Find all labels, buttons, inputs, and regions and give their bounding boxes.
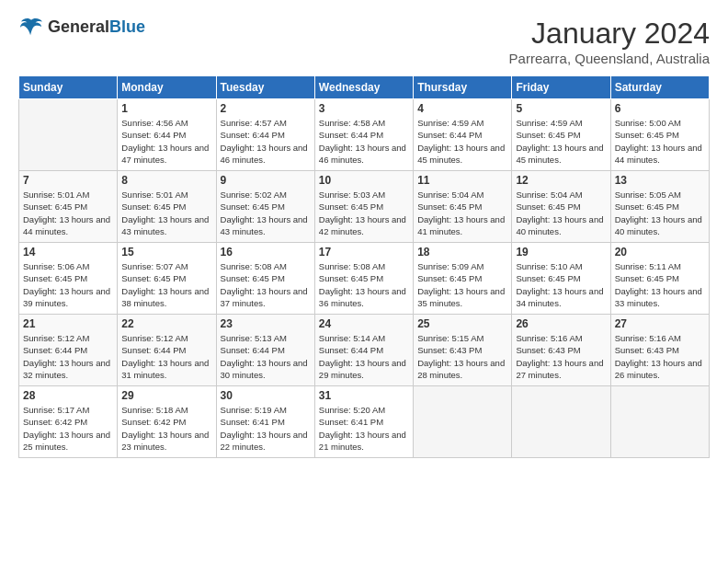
day-number: 2 bbox=[221, 102, 311, 115]
calendar-cell: 29Sunrise: 5:18 AMSunset: 6:42 PMDayligh… bbox=[118, 386, 216, 458]
day-info: Sunrise: 4:56 AMSunset: 6:44 PMDaylight:… bbox=[121, 117, 211, 166]
day-info: Sunrise: 5:03 AMSunset: 6:45 PMDaylight:… bbox=[319, 189, 409, 237]
day-info: Sunrise: 5:11 AMSunset: 6:45 PMDaylight:… bbox=[615, 260, 705, 309]
day-header-monday: Monday bbox=[118, 76, 216, 99]
logo-blue: Blue bbox=[109, 17, 145, 36]
calendar-cell: 23Sunrise: 5:13 AMSunset: 6:44 PMDayligh… bbox=[216, 315, 314, 386]
day-number: 10 bbox=[319, 174, 409, 187]
day-header-thursday: Thursday bbox=[414, 76, 512, 99]
week-row-2: 7Sunrise: 5:01 AMSunset: 6:45 PMDaylight… bbox=[19, 171, 710, 243]
calendar-table: SundayMondayTuesdayWednesdayThursdayFrid… bbox=[18, 75, 710, 458]
day-header-sunday: Sunday bbox=[19, 76, 118, 99]
location-subtitle: Parrearra, Queensland, Australia bbox=[509, 51, 710, 66]
calendar-cell bbox=[610, 386, 709, 458]
day-number: 26 bbox=[516, 317, 606, 330]
day-info: Sunrise: 5:09 AMSunset: 6:45 PMDaylight:… bbox=[417, 260, 507, 309]
day-header-tuesday: Tuesday bbox=[216, 76, 314, 99]
day-info: Sunrise: 5:16 AMSunset: 6:43 PMDaylight:… bbox=[516, 332, 606, 381]
calendar-cell: 12Sunrise: 5:04 AMSunset: 6:45 PMDayligh… bbox=[512, 171, 610, 243]
day-number: 25 bbox=[417, 317, 507, 330]
day-number: 20 bbox=[615, 246, 705, 259]
calendar-cell: 6Sunrise: 5:00 AMSunset: 6:45 PMDaylight… bbox=[610, 99, 709, 171]
day-number: 7 bbox=[23, 174, 113, 187]
month-title: January 2024 bbox=[509, 17, 710, 51]
calendar-cell: 30Sunrise: 5:19 AMSunset: 6:41 PMDayligh… bbox=[216, 386, 314, 458]
day-info: Sunrise: 4:59 AMSunset: 6:45 PMDaylight:… bbox=[516, 117, 606, 166]
day-info: Sunrise: 5:00 AMSunset: 6:45 PMDaylight:… bbox=[615, 117, 705, 166]
calendar-cell: 24Sunrise: 5:14 AMSunset: 6:44 PMDayligh… bbox=[314, 315, 413, 386]
day-info: Sunrise: 5:16 AMSunset: 6:43 PMDaylight:… bbox=[615, 332, 705, 381]
day-number: 1 bbox=[121, 102, 211, 115]
day-number: 23 bbox=[221, 317, 311, 330]
calendar-cell: 15Sunrise: 5:07 AMSunset: 6:45 PMDayligh… bbox=[118, 243, 216, 315]
day-header-saturday: Saturday bbox=[610, 76, 709, 99]
day-number: 29 bbox=[121, 389, 211, 402]
calendar-cell: 5Sunrise: 4:59 AMSunset: 6:45 PMDaylight… bbox=[512, 99, 610, 171]
day-info: Sunrise: 5:08 AMSunset: 6:45 PMDaylight:… bbox=[221, 260, 311, 309]
calendar-cell: 19Sunrise: 5:10 AMSunset: 6:45 PMDayligh… bbox=[512, 243, 610, 315]
day-info: Sunrise: 5:12 AMSunset: 6:44 PMDaylight:… bbox=[23, 332, 113, 381]
logo-general: General bbox=[48, 17, 109, 36]
week-row-3: 14Sunrise: 5:06 AMSunset: 6:45 PMDayligh… bbox=[19, 243, 710, 315]
calendar-cell: 4Sunrise: 4:59 AMSunset: 6:44 PMDaylight… bbox=[414, 99, 512, 171]
day-info: Sunrise: 5:06 AMSunset: 6:45 PMDaylight:… bbox=[23, 260, 113, 309]
calendar-cell: 14Sunrise: 5:06 AMSunset: 6:45 PMDayligh… bbox=[19, 243, 118, 315]
day-number: 4 bbox=[417, 102, 507, 115]
day-info: Sunrise: 5:15 AMSunset: 6:43 PMDaylight:… bbox=[417, 332, 507, 381]
day-info: Sunrise: 4:59 AMSunset: 6:44 PMDaylight:… bbox=[417, 117, 507, 166]
day-number: 13 bbox=[615, 174, 705, 187]
day-number: 19 bbox=[516, 246, 606, 259]
logo: GeneralBlue bbox=[18, 17, 145, 37]
logo-icon bbox=[18, 17, 44, 37]
day-info: Sunrise: 5:13 AMSunset: 6:44 PMDaylight:… bbox=[221, 332, 311, 381]
day-info: Sunrise: 5:18 AMSunset: 6:42 PMDaylight:… bbox=[121, 404, 211, 453]
day-number: 18 bbox=[417, 246, 507, 259]
day-number: 31 bbox=[319, 389, 409, 402]
calendar-cell: 21Sunrise: 5:12 AMSunset: 6:44 PMDayligh… bbox=[19, 315, 118, 386]
calendar-cell: 18Sunrise: 5:09 AMSunset: 6:45 PMDayligh… bbox=[414, 243, 512, 315]
day-number: 14 bbox=[23, 246, 113, 259]
day-number: 3 bbox=[319, 102, 409, 115]
day-number: 11 bbox=[417, 174, 507, 187]
header: GeneralBlue January 2024 Parrearra, Quee… bbox=[18, 17, 710, 66]
day-info: Sunrise: 5:19 AMSunset: 6:41 PMDaylight:… bbox=[221, 404, 311, 453]
calendar-cell: 10Sunrise: 5:03 AMSunset: 6:45 PMDayligh… bbox=[314, 171, 413, 243]
title-area: January 2024 Parrearra, Queensland, Aust… bbox=[509, 17, 710, 66]
day-info: Sunrise: 5:07 AMSunset: 6:45 PMDaylight:… bbox=[121, 260, 211, 309]
calendar-cell: 25Sunrise: 5:15 AMSunset: 6:43 PMDayligh… bbox=[414, 315, 512, 386]
calendar-cell bbox=[512, 386, 610, 458]
calendar-cell: 16Sunrise: 5:08 AMSunset: 6:45 PMDayligh… bbox=[216, 243, 314, 315]
day-number: 24 bbox=[319, 317, 409, 330]
calendar-cell: 7Sunrise: 5:01 AMSunset: 6:45 PMDaylight… bbox=[19, 171, 118, 243]
day-info: Sunrise: 5:04 AMSunset: 6:45 PMDaylight:… bbox=[417, 189, 507, 237]
day-info: Sunrise: 5:12 AMSunset: 6:44 PMDaylight:… bbox=[121, 332, 211, 381]
day-number: 9 bbox=[221, 174, 311, 187]
calendar-cell bbox=[19, 99, 118, 171]
calendar-cell: 27Sunrise: 5:16 AMSunset: 6:43 PMDayligh… bbox=[610, 315, 709, 386]
day-number: 15 bbox=[121, 246, 211, 259]
day-info: Sunrise: 4:57 AMSunset: 6:44 PMDaylight:… bbox=[221, 117, 311, 166]
calendar-cell: 22Sunrise: 5:12 AMSunset: 6:44 PMDayligh… bbox=[118, 315, 216, 386]
day-info: Sunrise: 5:17 AMSunset: 6:42 PMDaylight:… bbox=[23, 404, 113, 453]
calendar-page: GeneralBlue January 2024 Parrearra, Quee… bbox=[0, 0, 728, 467]
week-row-1: 1Sunrise: 4:56 AMSunset: 6:44 PMDaylight… bbox=[19, 99, 710, 171]
day-header-friday: Friday bbox=[512, 76, 610, 99]
calendar-cell: 8Sunrise: 5:01 AMSunset: 6:45 PMDaylight… bbox=[118, 171, 216, 243]
day-header-wednesday: Wednesday bbox=[314, 76, 413, 99]
day-number: 22 bbox=[121, 317, 211, 330]
day-number: 30 bbox=[221, 389, 311, 402]
day-number: 21 bbox=[23, 317, 113, 330]
calendar-cell: 11Sunrise: 5:04 AMSunset: 6:45 PMDayligh… bbox=[414, 171, 512, 243]
calendar-cell: 28Sunrise: 5:17 AMSunset: 6:42 PMDayligh… bbox=[19, 386, 118, 458]
calendar-cell: 20Sunrise: 5:11 AMSunset: 6:45 PMDayligh… bbox=[610, 243, 709, 315]
day-number: 12 bbox=[516, 174, 606, 187]
day-info: Sunrise: 5:01 AMSunset: 6:45 PMDaylight:… bbox=[23, 189, 113, 237]
logo-text: GeneralBlue bbox=[48, 17, 145, 37]
day-info: Sunrise: 5:08 AMSunset: 6:45 PMDaylight:… bbox=[319, 260, 409, 309]
day-number: 28 bbox=[23, 389, 113, 402]
calendar-cell: 3Sunrise: 4:58 AMSunset: 6:44 PMDaylight… bbox=[314, 99, 413, 171]
calendar-cell: 1Sunrise: 4:56 AMSunset: 6:44 PMDaylight… bbox=[118, 99, 216, 171]
calendar-cell: 26Sunrise: 5:16 AMSunset: 6:43 PMDayligh… bbox=[512, 315, 610, 386]
calendar-cell: 17Sunrise: 5:08 AMSunset: 6:45 PMDayligh… bbox=[314, 243, 413, 315]
day-number: 6 bbox=[615, 102, 705, 115]
